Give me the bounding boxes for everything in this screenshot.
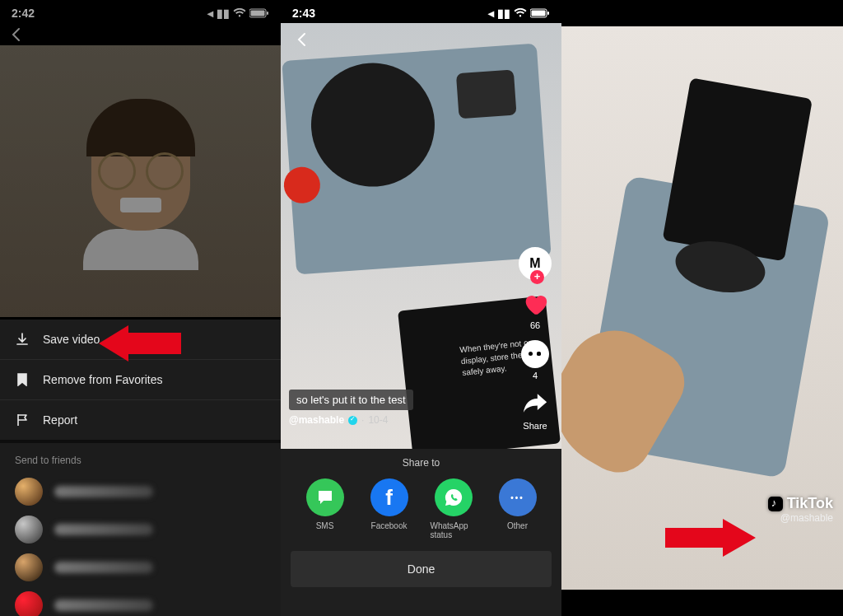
svg-rect-4	[532, 11, 546, 16]
author-handle: @mashable	[289, 414, 344, 426]
friend-item[interactable]	[0, 548, 281, 586]
wifi-icon	[233, 8, 246, 18]
signal-icon: ▮▮	[497, 7, 510, 20]
like-button[interactable]: 66	[521, 290, 549, 330]
bookmark-icon	[15, 373, 30, 386]
send-to-friends-header: Send to friends	[0, 443, 281, 473]
share-apps-row: SMS fFacebook WhatsApp status •••Other	[281, 472, 561, 551]
profile-button[interactable]: M+	[519, 247, 552, 280]
friend-item[interactable]	[0, 473, 281, 511]
status-bar: 2:43 ◂ ▮▮	[281, 0, 561, 23]
other-icon: •••	[499, 478, 537, 516]
share-icon	[521, 390, 549, 418]
letterbox-top	[561, 0, 843, 26]
flag-icon	[15, 413, 30, 427]
letterbox-bottom	[561, 590, 843, 616]
location-icon: ◂	[488, 7, 494, 20]
done-button[interactable]: Done	[291, 551, 552, 587]
verified-icon	[348, 416, 357, 425]
signal-icon: ▮▮	[217, 7, 230, 20]
share-whatsapp[interactable]: WhatsApp status	[431, 478, 477, 539]
panel-share-sheet: 2:43 ◂ ▮▮ When they're not on display, s…	[281, 0, 561, 616]
report-button[interactable]: Report	[0, 400, 281, 443]
status-time: 2:43	[292, 7, 315, 20]
saved-video-frame: TikTok @mashable	[561, 26, 843, 590]
facebook-icon: f	[370, 478, 408, 516]
video-preview	[0, 45, 281, 317]
share-sheet: Share to SMS fFacebook WhatsApp status •…	[281, 449, 561, 616]
share-sms[interactable]: SMS	[302, 478, 348, 539]
watermark-handle: @mashable	[768, 512, 833, 524]
wifi-icon	[514, 8, 527, 18]
post-date: 10-4	[368, 414, 388, 426]
video-sidebar: M+ 66 4 Share	[514, 247, 557, 431]
profile-avatar: M+	[519, 247, 552, 280]
remove-favorites-button[interactable]: Remove from Favorites	[0, 360, 281, 400]
sms-label: SMS	[316, 521, 334, 530]
status-bar: 2:42 ◂ ▮▮	[0, 0, 281, 23]
battery-icon	[530, 8, 550, 18]
tiktok-brand: TikTok	[787, 495, 833, 512]
annotation-arrow	[99, 325, 181, 362]
friend-item[interactable]	[0, 511, 281, 548]
panel-saved-video: TikTok @mashable	[561, 0, 843, 616]
tiktok-note-icon	[768, 497, 783, 511]
video-author-row[interactable]: @mashable · 10-4	[289, 414, 388, 426]
share-label: Share	[523, 421, 547, 431]
report-label: Report	[43, 413, 77, 427]
back-button[interactable]	[8, 26, 281, 46]
comment-count: 4	[533, 371, 538, 380]
panel-options-menu: 2:42 ◂ ▮▮ Save video	[0, 0, 281, 616]
comment-button[interactable]: 4	[521, 340, 549, 380]
done-label: Done	[408, 562, 435, 576]
whatsapp-icon	[435, 478, 473, 516]
heart-icon	[521, 290, 549, 318]
camera-prop	[282, 44, 551, 275]
status-time: 2:42	[12, 7, 35, 20]
follow-plus-icon[interactable]: +	[530, 270, 544, 284]
tiktok-logo: TikTok	[768, 495, 833, 512]
share-facebook[interactable]: fFacebook	[366, 478, 412, 539]
device-prop	[580, 175, 831, 478]
battery-icon	[249, 8, 269, 18]
svg-rect-2	[267, 12, 268, 15]
comment-icon	[521, 340, 549, 368]
status-right: ◂ ▮▮	[207, 7, 269, 20]
remove-favorites-label: Remove from Favorites	[43, 373, 162, 386]
save-video-label: Save video	[43, 333, 100, 346]
friend-item[interactable]	[0, 586, 281, 616]
download-icon	[15, 333, 30, 346]
share-button[interactable]: Share	[521, 390, 549, 431]
back-button-2[interactable]	[294, 31, 310, 51]
location-icon: ◂	[207, 7, 213, 20]
whatsapp-label: WhatsApp status	[431, 521, 477, 539]
person-face	[75, 99, 207, 264]
tiktok-watermark: TikTok @mashable	[768, 495, 833, 524]
video-caption: so let's put it to the test	[289, 390, 413, 410]
status-right: ◂ ▮▮	[488, 7, 550, 20]
like-count: 66	[530, 320, 540, 330]
svg-rect-1	[251, 11, 265, 16]
facebook-label: Facebook	[371, 521, 408, 530]
annotation-arrow-2	[665, 519, 756, 557]
sms-icon	[306, 478, 344, 516]
other-label: Other	[507, 521, 528, 530]
share-to-header: Share to	[281, 449, 561, 472]
share-other[interactable]: •••Other	[495, 478, 541, 539]
options-sheet: Save video Remove from Favorites Report …	[0, 320, 281, 616]
svg-rect-5	[547, 12, 549, 15]
